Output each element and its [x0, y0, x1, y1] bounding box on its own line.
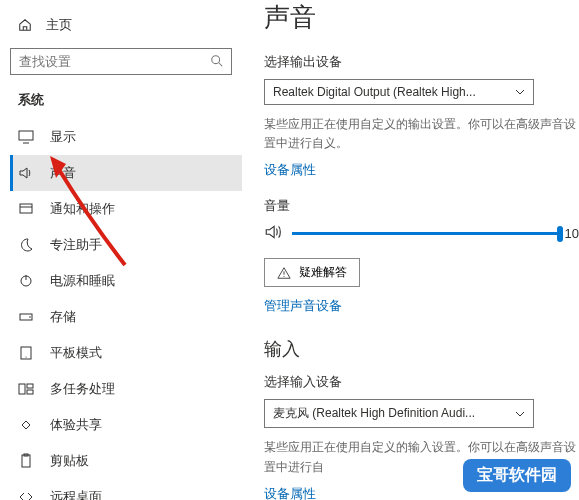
sidebar-item-tablet[interactable]: 平板模式: [10, 335, 242, 371]
output-device-dropdown[interactable]: Realtek Digital Output (Realtek High...: [264, 79, 534, 105]
display-icon: [18, 129, 34, 145]
nav-label: 显示: [50, 128, 76, 146]
warning-icon: [277, 266, 291, 280]
power-icon: [18, 273, 34, 289]
nav-label: 多任务处理: [50, 380, 115, 398]
nav-label: 声音: [50, 164, 76, 182]
sidebar-item-multitask[interactable]: 多任务处理: [10, 371, 242, 407]
input-device-dropdown[interactable]: 麦克风 (Realtek High Definition Audi...: [264, 399, 534, 428]
svg-point-0: [212, 56, 220, 64]
nav-label: 专注助手: [50, 236, 102, 254]
input-title: 输入: [264, 337, 579, 361]
multitask-icon: [18, 381, 34, 397]
volume-value: 10: [565, 226, 579, 241]
input-device-value: 麦克风 (Realtek High Definition Audi...: [273, 405, 475, 422]
sound-icon: [18, 165, 34, 181]
sidebar-item-clipboard[interactable]: 剪贴板: [10, 443, 242, 479]
sidebar-item-notifications[interactable]: 通知和操作: [10, 191, 242, 227]
nav-label: 电源和睡眠: [50, 272, 115, 290]
notifications-icon: [18, 201, 34, 217]
svg-rect-15: [22, 455, 30, 467]
output-device-value: Realtek Digital Output (Realtek High...: [273, 85, 476, 99]
home-link[interactable]: 主页: [10, 10, 242, 40]
tablet-icon: [18, 345, 34, 361]
chevron-down-icon: [515, 409, 525, 419]
page-title: 声音: [264, 0, 579, 35]
svg-point-11: [25, 356, 26, 357]
speaker-icon[interactable]: [264, 223, 282, 244]
nav-label: 剪贴板: [50, 452, 89, 470]
volume-slider[interactable]: [292, 232, 557, 235]
shared-icon: [18, 417, 34, 433]
svg-rect-13: [27, 384, 33, 388]
storage-icon: [18, 309, 34, 325]
home-label: 主页: [46, 16, 72, 34]
search-icon: [210, 54, 224, 71]
home-icon: [18, 18, 32, 32]
nav-label: 存储: [50, 308, 76, 326]
sidebar-item-remote[interactable]: 远程桌面: [10, 479, 242, 500]
sidebar-item-display[interactable]: 显示: [10, 119, 242, 155]
svg-line-1: [219, 63, 223, 67]
device-properties-link-2[interactable]: 设备属性: [264, 485, 316, 500]
chevron-down-icon: [515, 87, 525, 97]
output-label: 选择输出设备: [264, 53, 579, 71]
nav-label: 远程桌面: [50, 488, 102, 500]
focus-icon: [18, 237, 34, 253]
sidebar-item-shared[interactable]: 体验共享: [10, 407, 242, 443]
section-system: 系统: [10, 87, 242, 113]
svg-rect-2: [19, 131, 33, 140]
troubleshoot-label: 疑难解答: [299, 264, 347, 281]
svg-point-18: [283, 276, 284, 277]
svg-rect-12: [19, 384, 25, 394]
sidebar-item-sound[interactable]: 声音: [10, 155, 242, 191]
nav-label: 通知和操作: [50, 200, 115, 218]
svg-rect-4: [20, 204, 32, 213]
sidebar-item-storage[interactable]: 存储: [10, 299, 242, 335]
volume-label: 音量: [264, 197, 579, 215]
device-properties-link[interactable]: 设备属性: [264, 161, 316, 179]
search-input[interactable]: [10, 48, 232, 75]
nav-label: 体验共享: [50, 416, 102, 434]
svg-point-9: [29, 316, 31, 318]
troubleshoot-output-button[interactable]: 疑难解答: [264, 258, 360, 287]
sidebar-item-power[interactable]: 电源和睡眠: [10, 263, 242, 299]
clipboard-icon: [18, 453, 34, 469]
remote-icon: [18, 489, 34, 500]
watermark-badge: 宝哥软件园: [463, 459, 571, 492]
sidebar-item-focus[interactable]: 专注助手: [10, 227, 242, 263]
input-label: 选择输入设备: [264, 373, 579, 391]
nav-label: 平板模式: [50, 344, 102, 362]
manage-devices-link[interactable]: 管理声音设备: [264, 297, 342, 315]
search-field[interactable]: [11, 49, 231, 74]
output-desc: 某些应用正在使用自定义的输出设置。你可以在高级声音设置中进行自义。: [264, 115, 579, 153]
svg-rect-14: [27, 390, 33, 394]
